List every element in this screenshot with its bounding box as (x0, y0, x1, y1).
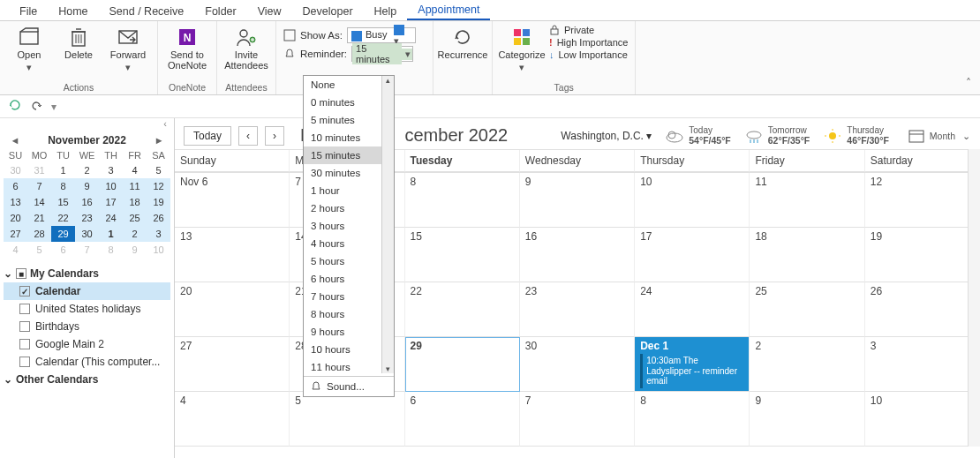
high-importance-button[interactable]: !High Importance (549, 37, 628, 48)
tab-home[interactable]: Home (48, 3, 98, 20)
mini-day[interactable]: 30 (75, 226, 99, 242)
mini-day[interactable]: 8 (99, 242, 123, 258)
reminder-option[interactable]: 5 minutes (304, 111, 381, 129)
calendar-cell[interactable]: 29 (405, 337, 520, 392)
mini-day[interactable]: 4 (4, 242, 27, 258)
calendar-item[interactable]: Birthdays (4, 318, 170, 335)
calendar-cell[interactable]: 20 (175, 282, 290, 337)
checkbox-icon[interactable] (19, 321, 30, 332)
mini-day[interactable]: 11 (123, 178, 147, 194)
calendar-item[interactable]: ✓Calendar (4, 282, 170, 300)
mini-day[interactable]: 29 (51, 226, 75, 242)
mini-day[interactable]: 10 (99, 178, 123, 194)
reminder-option[interactable]: 8 hours (304, 305, 381, 323)
calendar-cell[interactable]: 8 (635, 392, 750, 447)
reminder-option[interactable]: 10 minutes (304, 129, 381, 146)
checkbox-icon[interactable]: ✓ (19, 286, 30, 297)
calendar-cell[interactable]: 30 (520, 337, 635, 392)
next-month-button[interactable]: ▸ (153, 134, 165, 146)
sync-button[interactable] (9, 99, 21, 114)
calendar-cell[interactable]: 12 (865, 173, 980, 228)
calendar-cell[interactable]: 26 (865, 282, 980, 337)
calendar-item[interactable]: Google Main 2 (4, 335, 170, 353)
calendar-cell[interactable]: 25 (750, 282, 864, 337)
calendar-cell[interactable]: 9 (520, 173, 635, 228)
calendar-cell[interactable]: 10 (635, 173, 750, 228)
tab-send-receive[interactable]: Send / Receive (99, 3, 195, 20)
weather-city[interactable]: Washington, D.C. ▾ (561, 130, 652, 142)
mini-day[interactable]: 15 (51, 194, 75, 210)
mini-day[interactable]: 1 (51, 162, 75, 178)
mini-day[interactable]: 25 (123, 210, 147, 226)
tab-view[interactable]: View (247, 3, 292, 20)
reminder-option[interactable]: 1 hour (304, 182, 381, 199)
reminder-option[interactable]: 4 hours (304, 235, 381, 252)
calendar-cell[interactable]: 16 (520, 228, 635, 282)
reminder-option[interactable]: 2 hours (304, 199, 381, 217)
mini-day[interactable]: 8 (51, 178, 75, 194)
reminder-sound-button[interactable]: Sound... (304, 376, 394, 396)
calendar-cell[interactable]: 4 (175, 392, 290, 447)
mini-day[interactable]: 21 (27, 210, 51, 226)
mini-day[interactable]: 19 (147, 194, 170, 210)
mini-day[interactable]: 23 (75, 210, 99, 226)
reminder-option[interactable]: 9 hours (304, 323, 381, 341)
prev-period-button[interactable]: ‹ (238, 126, 258, 146)
calendar-cell[interactable]: 13 (175, 228, 290, 282)
calendar-cell[interactable]: 2 (750, 337, 864, 392)
mini-day[interactable]: 4 (123, 162, 147, 178)
checkbox-icon[interactable] (19, 304, 30, 314)
show-as-combo[interactable]: Busy▾ (347, 27, 416, 43)
tab-help[interactable]: Help (364, 3, 408, 20)
mini-day[interactable]: 3 (99, 162, 123, 178)
calendar-cell[interactable]: 24 (635, 282, 750, 337)
calendar-cell[interactable]: 5 (290, 392, 404, 447)
mini-day[interactable]: 26 (147, 210, 170, 226)
calendar-cell[interactable]: 9 (750, 392, 864, 447)
mini-day[interactable]: 1 (99, 226, 123, 242)
mini-day[interactable]: 16 (75, 194, 99, 210)
reminder-combo[interactable]: 15 minutes▾ (351, 46, 413, 62)
today-button[interactable]: Today (184, 126, 231, 146)
mini-day[interactable]: 30 (4, 162, 27, 178)
reminder-option[interactable]: 11 hours (304, 358, 381, 376)
mini-day[interactable]: 5 (147, 162, 170, 178)
calendar-cell[interactable]: 6 (405, 392, 520, 447)
calendar-cell[interactable]: 7 (520, 392, 635, 447)
mini-day[interactable]: 17 (99, 194, 123, 210)
mini-day[interactable]: 27 (4, 226, 27, 242)
tab-developer[interactable]: Developer (292, 3, 364, 20)
reminder-option[interactable]: 30 minutes (304, 164, 381, 182)
mini-day[interactable]: 9 (75, 178, 99, 194)
reminder-option[interactable]: 0 minutes (304, 94, 381, 111)
reminder-option[interactable]: 6 hours (304, 270, 381, 288)
open-button[interactable]: Open▾ (7, 25, 51, 72)
mini-day[interactable]: 3 (147, 226, 170, 242)
undo-button[interactable] (30, 99, 42, 114)
forward-button[interactable]: Forward▾ (106, 25, 150, 72)
calendar-event[interactable]: 10:30am The Ladyslipper -- reminder emai… (640, 354, 743, 388)
mini-day[interactable]: 12 (147, 178, 170, 194)
mini-day[interactable]: 20 (4, 210, 27, 226)
calendar-cell[interactable]: 18 (750, 228, 864, 282)
mini-day[interactable]: 22 (51, 210, 75, 226)
mini-day[interactable]: 7 (75, 242, 99, 258)
reminder-option[interactable]: 5 hours (304, 252, 381, 270)
view-month-button[interactable]: Month⌄ (908, 129, 971, 143)
reminder-option[interactable]: 7 hours (304, 288, 381, 305)
recurrence-button[interactable]: Recurrence (441, 25, 485, 60)
mini-day[interactable]: 31 (27, 162, 51, 178)
categorize-button[interactable]: Categorize▾ (500, 25, 544, 72)
collapse-ribbon-button[interactable]: ˄ (957, 71, 980, 94)
private-button[interactable]: Private (549, 25, 628, 35)
calendar-cell[interactable]: 10 (865, 392, 980, 447)
mini-day[interactable]: 10 (147, 242, 170, 258)
tab-folder[interactable]: Folder (194, 3, 246, 20)
tab-appointment[interactable]: Appointment (407, 1, 490, 20)
calendar-cell[interactable]: 15 (405, 228, 520, 282)
scrollbar[interactable] (968, 149, 980, 447)
mini-day[interactable]: 28 (27, 226, 51, 242)
mini-day[interactable]: 13 (4, 194, 27, 210)
reminder-option[interactable]: 15 minutes (304, 146, 381, 164)
calendar-cell[interactable]: 17 (635, 228, 750, 282)
